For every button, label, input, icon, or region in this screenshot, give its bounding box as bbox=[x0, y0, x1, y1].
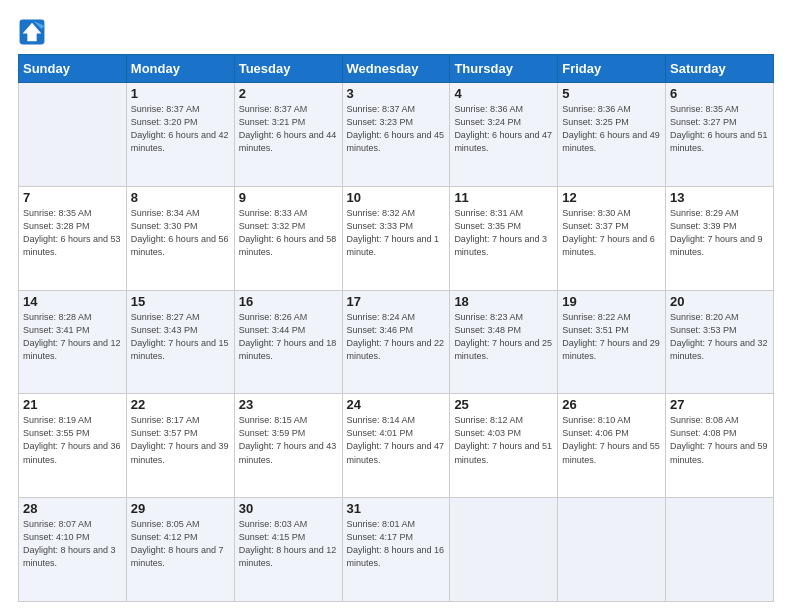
calendar-day-cell: 7Sunrise: 8:35 AMSunset: 3:28 PMDaylight… bbox=[19, 186, 127, 290]
calendar-day-cell bbox=[450, 498, 558, 602]
day-number: 5 bbox=[562, 86, 661, 101]
calendar-day-header: Friday bbox=[558, 55, 666, 83]
day-number: 2 bbox=[239, 86, 338, 101]
calendar-day-cell: 30Sunrise: 8:03 AMSunset: 4:15 PMDayligh… bbox=[234, 498, 342, 602]
day-info: Sunrise: 8:22 AMSunset: 3:51 PMDaylight:… bbox=[562, 311, 661, 363]
day-info: Sunrise: 8:31 AMSunset: 3:35 PMDaylight:… bbox=[454, 207, 553, 259]
day-info: Sunrise: 8:36 AMSunset: 3:25 PMDaylight:… bbox=[562, 103, 661, 155]
day-number: 19 bbox=[562, 294, 661, 309]
calendar-day-cell: 31Sunrise: 8:01 AMSunset: 4:17 PMDayligh… bbox=[342, 498, 450, 602]
day-info: Sunrise: 8:01 AMSunset: 4:17 PMDaylight:… bbox=[347, 518, 446, 570]
logo bbox=[18, 18, 50, 46]
day-number: 21 bbox=[23, 397, 122, 412]
day-number: 26 bbox=[562, 397, 661, 412]
calendar-week-row: 7Sunrise: 8:35 AMSunset: 3:28 PMDaylight… bbox=[19, 186, 774, 290]
day-number: 11 bbox=[454, 190, 553, 205]
calendar-day-header: Sunday bbox=[19, 55, 127, 83]
calendar-day-cell: 27Sunrise: 8:08 AMSunset: 4:08 PMDayligh… bbox=[666, 394, 774, 498]
calendar-day-header: Wednesday bbox=[342, 55, 450, 83]
logo-icon bbox=[18, 18, 46, 46]
day-info: Sunrise: 8:05 AMSunset: 4:12 PMDaylight:… bbox=[131, 518, 230, 570]
calendar-day-cell: 23Sunrise: 8:15 AMSunset: 3:59 PMDayligh… bbox=[234, 394, 342, 498]
calendar-day-cell: 8Sunrise: 8:34 AMSunset: 3:30 PMDaylight… bbox=[126, 186, 234, 290]
calendar-day-header: Saturday bbox=[666, 55, 774, 83]
calendar-day-cell: 15Sunrise: 8:27 AMSunset: 3:43 PMDayligh… bbox=[126, 290, 234, 394]
day-number: 3 bbox=[347, 86, 446, 101]
day-number: 12 bbox=[562, 190, 661, 205]
day-info: Sunrise: 8:35 AMSunset: 3:27 PMDaylight:… bbox=[670, 103, 769, 155]
calendar-day-cell: 13Sunrise: 8:29 AMSunset: 3:39 PMDayligh… bbox=[666, 186, 774, 290]
calendar-week-row: 1Sunrise: 8:37 AMSunset: 3:20 PMDaylight… bbox=[19, 83, 774, 187]
day-info: Sunrise: 8:24 AMSunset: 3:46 PMDaylight:… bbox=[347, 311, 446, 363]
day-number: 24 bbox=[347, 397, 446, 412]
page: SundayMondayTuesdayWednesdayThursdayFrid… bbox=[0, 0, 792, 612]
day-info: Sunrise: 8:19 AMSunset: 3:55 PMDaylight:… bbox=[23, 414, 122, 466]
day-info: Sunrise: 8:14 AMSunset: 4:01 PMDaylight:… bbox=[347, 414, 446, 466]
calendar-day-cell bbox=[558, 498, 666, 602]
day-number: 1 bbox=[131, 86, 230, 101]
calendar-table: SundayMondayTuesdayWednesdayThursdayFrid… bbox=[18, 54, 774, 602]
day-info: Sunrise: 8:20 AMSunset: 3:53 PMDaylight:… bbox=[670, 311, 769, 363]
calendar-day-cell: 6Sunrise: 8:35 AMSunset: 3:27 PMDaylight… bbox=[666, 83, 774, 187]
day-info: Sunrise: 8:15 AMSunset: 3:59 PMDaylight:… bbox=[239, 414, 338, 466]
calendar-week-row: 14Sunrise: 8:28 AMSunset: 3:41 PMDayligh… bbox=[19, 290, 774, 394]
calendar-day-cell: 26Sunrise: 8:10 AMSunset: 4:06 PMDayligh… bbox=[558, 394, 666, 498]
calendar-day-cell: 19Sunrise: 8:22 AMSunset: 3:51 PMDayligh… bbox=[558, 290, 666, 394]
day-info: Sunrise: 8:37 AMSunset: 3:23 PMDaylight:… bbox=[347, 103, 446, 155]
day-number: 17 bbox=[347, 294, 446, 309]
day-info: Sunrise: 8:23 AMSunset: 3:48 PMDaylight:… bbox=[454, 311, 553, 363]
calendar-day-cell: 2Sunrise: 8:37 AMSunset: 3:21 PMDaylight… bbox=[234, 83, 342, 187]
calendar-day-cell bbox=[666, 498, 774, 602]
day-info: Sunrise: 8:32 AMSunset: 3:33 PMDaylight:… bbox=[347, 207, 446, 259]
day-info: Sunrise: 8:10 AMSunset: 4:06 PMDaylight:… bbox=[562, 414, 661, 466]
calendar-week-row: 21Sunrise: 8:19 AMSunset: 3:55 PMDayligh… bbox=[19, 394, 774, 498]
day-number: 25 bbox=[454, 397, 553, 412]
calendar-day-cell: 9Sunrise: 8:33 AMSunset: 3:32 PMDaylight… bbox=[234, 186, 342, 290]
calendar-day-cell: 24Sunrise: 8:14 AMSunset: 4:01 PMDayligh… bbox=[342, 394, 450, 498]
calendar-day-cell: 10Sunrise: 8:32 AMSunset: 3:33 PMDayligh… bbox=[342, 186, 450, 290]
calendar-header-row: SundayMondayTuesdayWednesdayThursdayFrid… bbox=[19, 55, 774, 83]
day-number: 10 bbox=[347, 190, 446, 205]
day-number: 28 bbox=[23, 501, 122, 516]
day-number: 27 bbox=[670, 397, 769, 412]
day-info: Sunrise: 8:26 AMSunset: 3:44 PMDaylight:… bbox=[239, 311, 338, 363]
day-info: Sunrise: 8:34 AMSunset: 3:30 PMDaylight:… bbox=[131, 207, 230, 259]
day-number: 18 bbox=[454, 294, 553, 309]
day-info: Sunrise: 8:37 AMSunset: 3:20 PMDaylight:… bbox=[131, 103, 230, 155]
day-info: Sunrise: 8:17 AMSunset: 3:57 PMDaylight:… bbox=[131, 414, 230, 466]
calendar-day-cell: 20Sunrise: 8:20 AMSunset: 3:53 PMDayligh… bbox=[666, 290, 774, 394]
calendar-day-cell: 17Sunrise: 8:24 AMSunset: 3:46 PMDayligh… bbox=[342, 290, 450, 394]
calendar-day-cell: 4Sunrise: 8:36 AMSunset: 3:24 PMDaylight… bbox=[450, 83, 558, 187]
calendar-day-cell: 29Sunrise: 8:05 AMSunset: 4:12 PMDayligh… bbox=[126, 498, 234, 602]
day-info: Sunrise: 8:27 AMSunset: 3:43 PMDaylight:… bbox=[131, 311, 230, 363]
day-info: Sunrise: 8:29 AMSunset: 3:39 PMDaylight:… bbox=[670, 207, 769, 259]
day-info: Sunrise: 8:03 AMSunset: 4:15 PMDaylight:… bbox=[239, 518, 338, 570]
calendar-day-cell: 28Sunrise: 8:07 AMSunset: 4:10 PMDayligh… bbox=[19, 498, 127, 602]
calendar-day-cell: 3Sunrise: 8:37 AMSunset: 3:23 PMDaylight… bbox=[342, 83, 450, 187]
day-number: 23 bbox=[239, 397, 338, 412]
day-number: 16 bbox=[239, 294, 338, 309]
day-number: 9 bbox=[239, 190, 338, 205]
day-number: 29 bbox=[131, 501, 230, 516]
calendar-day-cell: 22Sunrise: 8:17 AMSunset: 3:57 PMDayligh… bbox=[126, 394, 234, 498]
day-info: Sunrise: 8:33 AMSunset: 3:32 PMDaylight:… bbox=[239, 207, 338, 259]
day-number: 13 bbox=[670, 190, 769, 205]
calendar-day-header: Tuesday bbox=[234, 55, 342, 83]
calendar-week-row: 28Sunrise: 8:07 AMSunset: 4:10 PMDayligh… bbox=[19, 498, 774, 602]
day-number: 31 bbox=[347, 501, 446, 516]
day-number: 30 bbox=[239, 501, 338, 516]
calendar-day-cell: 21Sunrise: 8:19 AMSunset: 3:55 PMDayligh… bbox=[19, 394, 127, 498]
calendar-day-cell: 18Sunrise: 8:23 AMSunset: 3:48 PMDayligh… bbox=[450, 290, 558, 394]
header bbox=[18, 18, 774, 46]
calendar-day-cell: 1Sunrise: 8:37 AMSunset: 3:20 PMDaylight… bbox=[126, 83, 234, 187]
calendar-day-cell: 5Sunrise: 8:36 AMSunset: 3:25 PMDaylight… bbox=[558, 83, 666, 187]
day-info: Sunrise: 8:08 AMSunset: 4:08 PMDaylight:… bbox=[670, 414, 769, 466]
day-info: Sunrise: 8:30 AMSunset: 3:37 PMDaylight:… bbox=[562, 207, 661, 259]
day-info: Sunrise: 8:35 AMSunset: 3:28 PMDaylight:… bbox=[23, 207, 122, 259]
day-info: Sunrise: 8:07 AMSunset: 4:10 PMDaylight:… bbox=[23, 518, 122, 570]
day-info: Sunrise: 8:37 AMSunset: 3:21 PMDaylight:… bbox=[239, 103, 338, 155]
day-number: 8 bbox=[131, 190, 230, 205]
calendar-day-cell bbox=[19, 83, 127, 187]
day-number: 15 bbox=[131, 294, 230, 309]
day-number: 6 bbox=[670, 86, 769, 101]
